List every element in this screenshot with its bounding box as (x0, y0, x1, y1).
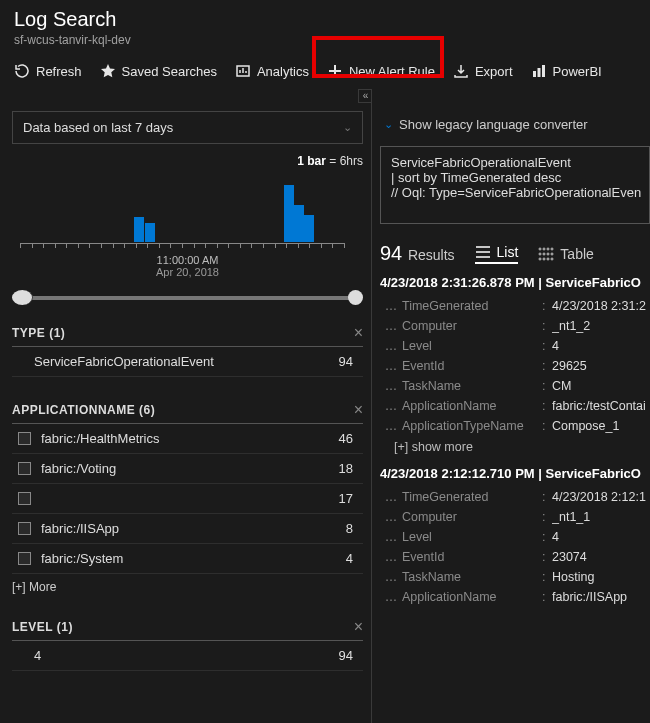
bar-legend: 1 bar = 6hrs (12, 154, 363, 168)
field-key: TimeGenerated (402, 299, 542, 313)
facet-label: 4 (34, 648, 339, 663)
refresh-button[interactable]: Refresh (14, 63, 82, 79)
field-key: ApplicationName (402, 590, 542, 604)
facet-level-remove[interactable]: × (354, 621, 363, 633)
facet-row[interactable]: ServiceFabricOperationalEvent94 (12, 347, 363, 377)
saved-searches-label: Saved Searches (122, 64, 217, 79)
chart-bar[interactable] (294, 205, 304, 242)
field-value: 4 (552, 339, 650, 353)
field-menu-icon[interactable]: … (380, 399, 402, 413)
facet-row[interactable]: fabric:/IISApp8 (12, 514, 363, 544)
time-range-selector[interactable]: Data based on last 7 days ⌄ (12, 111, 363, 144)
export-label: Export (475, 64, 513, 79)
facet-type-remove[interactable]: × (354, 327, 363, 339)
chart-bar[interactable] (284, 185, 294, 242)
field-menu-icon[interactable]: … (380, 550, 402, 564)
histogram-chart[interactable] (12, 172, 352, 252)
time-range-label: Data based on last 7 days (23, 120, 173, 135)
analytics-icon (235, 63, 251, 79)
field-menu-icon[interactable]: … (380, 319, 402, 333)
list-view-button[interactable]: List (475, 244, 519, 264)
record-field: …ApplicationName:fabric:/testContai (380, 396, 650, 416)
facet-checkbox[interactable] (18, 552, 31, 565)
export-button[interactable]: Export (453, 63, 513, 79)
record-field: …ApplicationName:fabric:/IISApp (380, 587, 650, 607)
query-editor[interactable]: ServiceFabricOperationalEvent | sort by … (380, 146, 650, 224)
collapse-left-panel-button[interactable]: « (358, 89, 372, 103)
field-menu-icon[interactable]: … (380, 379, 402, 393)
field-menu-icon[interactable]: … (380, 490, 402, 504)
time-range-slider[interactable] (16, 296, 359, 300)
svg-point-6 (547, 248, 549, 250)
saved-searches-button[interactable]: Saved Searches (100, 63, 217, 79)
chart-bar[interactable] (304, 215, 314, 242)
record-header[interactable]: 4/23/2018 2:12:12.710 PM | ServiceFabric… (380, 466, 650, 481)
field-menu-icon[interactable]: … (380, 339, 402, 353)
slider-knob-start[interactable] (12, 290, 33, 305)
record-field: …TaskName:CM (380, 376, 650, 396)
facet-checkbox[interactable] (18, 462, 31, 475)
field-menu-icon[interactable]: … (380, 590, 402, 604)
table-view-button[interactable]: Table (538, 246, 593, 262)
field-value: 4/23/2018 2:31:2 (552, 299, 650, 313)
field-value: 4/23/2018 2:12:1 (552, 490, 650, 504)
star-icon (100, 63, 116, 79)
facet-row[interactable]: fabric:/Voting18 (12, 454, 363, 484)
chart-bar[interactable] (134, 217, 144, 242)
workspace-name: sf-wcus-tanvir-kql-dev (14, 33, 636, 47)
facet-label: fabric:/Voting (41, 461, 339, 476)
powerbi-button[interactable]: PowerBI (531, 63, 602, 79)
list-view-label: List (497, 244, 519, 260)
powerbi-label: PowerBI (553, 64, 602, 79)
svg-point-9 (543, 253, 545, 255)
facet-label: fabric:/IISApp (41, 521, 346, 536)
facet-row[interactable]: fabric:/HealthMetrics46 (12, 424, 363, 454)
facet-checkbox[interactable] (18, 432, 31, 445)
result-count: 94 Results (380, 242, 455, 265)
chart-axis-date: Apr 20, 2018 (12, 266, 363, 278)
field-key: ApplicationTypeName (402, 419, 542, 433)
field-value: 23074 (552, 550, 650, 564)
facet-count: 18 (339, 461, 359, 476)
field-value: 29625 (552, 359, 650, 373)
record-field: …Computer:_nt1_1 (380, 507, 650, 527)
field-value: _nt1_2 (552, 319, 650, 333)
legacy-converter-label: Show legacy language converter (399, 117, 588, 132)
record-field: …Level:4 (380, 336, 650, 356)
analytics-button[interactable]: Analytics (235, 63, 309, 79)
record-field: …TimeGenerated:4/23/2018 2:12:1 (380, 487, 650, 507)
field-menu-icon[interactable]: … (380, 530, 402, 544)
field-value: 4 (552, 530, 650, 544)
record-field: …EventId:23074 (380, 547, 650, 567)
field-menu-icon[interactable]: … (380, 359, 402, 373)
facet-appname-title: APPLICATIONNAME (6) (12, 403, 155, 417)
chevron-down-icon: ⌄ (343, 121, 352, 134)
record-header[interactable]: 4/23/2018 2:31:26.878 PM | ServiceFabric… (380, 275, 650, 290)
field-key: Level (402, 339, 542, 353)
facet-row[interactable]: fabric:/System4 (12, 544, 363, 574)
new-alert-rule-button[interactable]: New Alert Rule (327, 63, 435, 79)
table-view-label: Table (560, 246, 593, 262)
svg-point-12 (539, 258, 541, 260)
facet-row[interactable]: 17 (12, 484, 363, 514)
svg-rect-2 (537, 68, 540, 77)
field-menu-icon[interactable]: … (380, 570, 402, 584)
facet-appname-more[interactable]: [+] More (12, 580, 363, 594)
field-menu-icon[interactable]: … (380, 419, 402, 433)
facet-checkbox[interactable] (18, 492, 31, 505)
field-key: Level (402, 530, 542, 544)
svg-point-11 (551, 253, 553, 255)
powerbi-icon (531, 63, 547, 79)
legacy-converter-link[interactable]: ⌄ Show legacy language converter (384, 117, 650, 132)
chart-bar[interactable] (145, 223, 155, 242)
facet-count: 46 (339, 431, 359, 446)
field-menu-icon[interactable]: … (380, 299, 402, 313)
facet-row[interactable]: 494 (12, 641, 363, 671)
facet-checkbox[interactable] (18, 522, 31, 535)
field-menu-icon[interactable]: … (380, 510, 402, 524)
slider-knob-end[interactable] (348, 290, 363, 305)
field-value: Hosting (552, 570, 650, 584)
record-field: …ApplicationTypeName:Compose_1 (380, 416, 650, 436)
facet-appname-remove[interactable]: × (354, 404, 363, 416)
show-more-button[interactable]: [+] show more (394, 440, 650, 454)
